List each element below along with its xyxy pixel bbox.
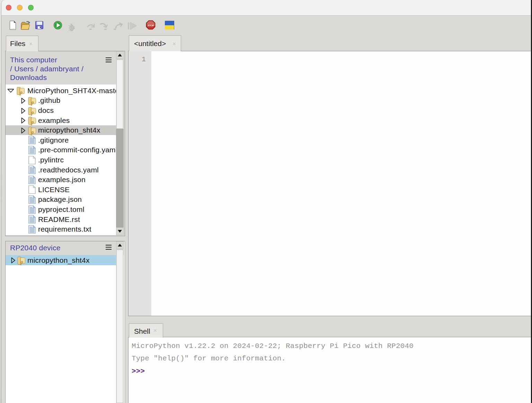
svg-text:STOP: STOP xyxy=(148,24,155,27)
